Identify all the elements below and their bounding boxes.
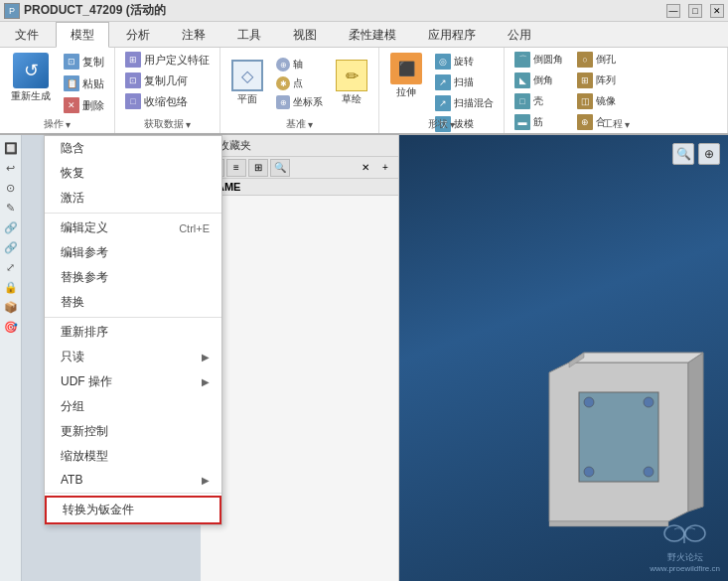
watermark-logo-svg	[662, 521, 707, 551]
point-button[interactable]: ✱ 点	[272, 74, 327, 92]
tree-search-btn[interactable]: 🔍	[270, 159, 290, 177]
ribbon-group-shapes: ⬛ 拉伸 ◎ 旋转 ↗ 扫描 ↗ 扫描混合	[379, 48, 505, 133]
menu-item-atb[interactable]: ATB ▶	[45, 469, 221, 491]
sidebar-icon-2[interactable]: ↩	[2, 159, 20, 177]
pattern-button[interactable]: ⊞ 阵列	[573, 71, 620, 90]
main-area: 🔲 ↩ ⊙ ✎ 🔗 🔗 ⤢ 🔒 📦 🎯 隐含 恢复 激活 编辑定义	[0, 135, 728, 581]
tab-view[interactable]: 视图	[278, 22, 332, 47]
app-icon: P	[4, 3, 20, 19]
shrinkwrap-button[interactable]: □ 收缩包络	[121, 91, 192, 111]
tab-annotation[interactable]: 注释	[167, 22, 220, 47]
sketch-button[interactable]: ✏ 草绘	[331, 57, 372, 108]
left-sidebar: 🔲 ↩ ⊙ ✎ 🔗 🔗 ⤢ 🔒 📦 🎯	[0, 135, 22, 581]
plane-button[interactable]: ◇ 平面	[226, 57, 268, 108]
close-button[interactable]: ✕	[710, 4, 724, 18]
menu-separator-3	[45, 493, 221, 494]
tab-file[interactable]: 文件	[0, 22, 54, 47]
sidebar-icon-6[interactable]: 🔗	[2, 238, 20, 256]
get-data-group-label[interactable]: 获取数据 ▾	[144, 117, 191, 131]
title-bar-controls: — □ ✕	[666, 4, 724, 18]
svg-point-5	[644, 397, 654, 407]
minimize-button[interactable]: —	[666, 4, 680, 18]
sidebar-icon-9[interactable]: 🎯	[2, 318, 20, 336]
menu-item-readonly[interactable]: 只读 ▶	[45, 345, 221, 369]
menu-item-scale-model[interactable]: 缩放模型	[45, 444, 221, 469]
paste-button[interactable]: 📋 粘贴	[60, 73, 108, 93]
ribbon-group-get-data: ⊞ 用户定义特征 ⊡ 复制几何 □ 收缩包络 获取数据 ▾	[115, 48, 220, 133]
sidebar-icon-1[interactable]: 🔲	[2, 139, 20, 157]
svg-point-11	[685, 525, 705, 541]
menu-separator-2	[45, 317, 221, 318]
menu-item-reorder[interactable]: 重新排序	[45, 320, 221, 345]
ribbon-tab-bar: 文件 模型 分析 注释 工具 视图 柔性建模 应用程序 公用	[0, 22, 728, 48]
zoom-in-button[interactable]: ⊕	[698, 143, 720, 165]
ribbon: ↺ 重新生成 ⊡ 复制 📋 粘贴 ✕ 删除	[0, 48, 728, 135]
ribbon-group-operations: ↺ 重新生成 ⊡ 复制 📋 粘贴 ✕ 删除	[0, 48, 115, 133]
rib-button[interactable]: ▬ 筋	[510, 112, 567, 132]
tab-tools[interactable]: 工具	[222, 22, 276, 47]
axis-button[interactable]: ⊕ 轴	[272, 56, 327, 73]
datum-group-label[interactable]: 基准 ▾	[286, 117, 313, 131]
tab-common[interactable]: 公用	[493, 22, 546, 47]
menu-item-convert-sheet[interactable]: 转换为钣金件	[45, 496, 221, 524]
zoom-fit-button[interactable]: 🔍	[672, 143, 694, 165]
menu-item-restore[interactable]: 恢复	[45, 161, 221, 186]
tree-close-btn[interactable]: ✕	[357, 159, 374, 177]
watermark-url: www.proewildfire.cn	[650, 564, 720, 573]
tab-applications[interactable]: 应用程序	[413, 22, 491, 47]
tree-tool-btn-3[interactable]: ⊞	[248, 159, 268, 177]
menu-item-new-control[interactable]: 更新控制	[45, 419, 221, 444]
sweep-button[interactable]: ↗ 扫描	[431, 73, 498, 92]
menu-separator-1	[45, 213, 221, 214]
revolve-button[interactable]: ◎ 旋转	[431, 52, 498, 72]
tree-tool-btn-2[interactable]: ≡	[226, 159, 246, 177]
regenerate-button[interactable]: ↺ 重新生成	[6, 50, 56, 103]
blend-button[interactable]: ↗ 扫描混合	[431, 93, 498, 113]
menu-item-udf[interactable]: UDF 操作 ▶	[45, 369, 221, 394]
menu-item-hide[interactable]: 隐含	[45, 136, 221, 161]
menu-item-replace-ref[interactable]: 替换参考	[45, 265, 221, 290]
tree-add-btn[interactable]: +	[376, 159, 394, 177]
tree-name-header: NAME	[201, 179, 398, 196]
viewport-3d[interactable]: 🔍 ⊕	[399, 135, 728, 581]
coordinate-button[interactable]: ⊕ 坐标系	[272, 93, 327, 111]
sidebar-icon-lock[interactable]: 🔒	[2, 278, 20, 296]
shapes-group-label[interactable]: 形状 ▾	[428, 117, 455, 131]
menu-item-edit-ref[interactable]: 编辑参考	[45, 240, 221, 265]
sidebar-icon-8[interactable]: 📦	[2, 298, 20, 316]
viewport-controls: 🔍 ⊕	[672, 143, 720, 165]
copy-button[interactable]: ⊡ 复制	[60, 52, 108, 72]
mirror-button[interactable]: ◫ 镜像	[573, 91, 620, 111]
tab-flexible-modeling[interactable]: 柔性建模	[334, 22, 411, 47]
delete-button[interactable]: ✕ 删除	[60, 95, 108, 115]
tree-tab-label: 收藏夹	[218, 138, 251, 153]
ribbon-group-engineering: ⌒ 倒圆角 ◣ 倒角 □ 壳 ▬ 筋 ○ 倒孔	[505, 48, 728, 133]
maximize-button[interactable]: □	[688, 4, 702, 18]
extrude-button[interactable]: ⬛ 拉伸	[385, 50, 427, 134]
menu-item-edit-def[interactable]: 编辑定义 Ctrl+E	[45, 216, 221, 240]
tab-analysis[interactable]: 分析	[111, 22, 165, 47]
menu-item-activate[interactable]: 激活	[45, 186, 221, 211]
svg-point-6	[584, 467, 594, 477]
watermark-text: 野火论坛	[667, 551, 703, 564]
user-feature-button[interactable]: ⊞ 用户定义特征	[121, 50, 214, 70]
svg-point-7	[644, 467, 654, 477]
shell-button[interactable]: □ 壳	[510, 91, 567, 111]
menu-item-replace[interactable]: 替换	[45, 290, 221, 315]
sidebar-icon-4[interactable]: ✎	[2, 199, 20, 217]
hole-button[interactable]: ○ 倒孔	[573, 50, 620, 70]
sidebar-icon-5[interactable]: 🔗	[2, 218, 20, 236]
svg-marker-1	[688, 353, 703, 511]
ribbon-group-datum: ◇ 平面 ⊕ 轴 ✱ 点 ⊕ 坐标系 ✏ 草绘	[220, 48, 379, 133]
chamfer-button[interactable]: ◣ 倒角	[510, 71, 567, 90]
engineering-group-label[interactable]: 工程 ▾	[603, 117, 630, 131]
operations-group-label[interactable]: 操作 ▾	[44, 117, 71, 131]
sidebar-icon-7[interactable]: ⤢	[2, 258, 20, 276]
round-button[interactable]: ⌒ 倒圆角	[510, 50, 567, 70]
sidebar-icon-3[interactable]: ⊙	[2, 179, 20, 197]
svg-marker-2	[569, 353, 703, 363]
menu-item-group[interactable]: 分组	[45, 394, 221, 419]
3d-model-shape	[510, 333, 708, 531]
tab-model[interactable]: 模型	[56, 22, 109, 48]
copy-geo-button[interactable]: ⊡ 复制几何	[121, 71, 192, 90]
